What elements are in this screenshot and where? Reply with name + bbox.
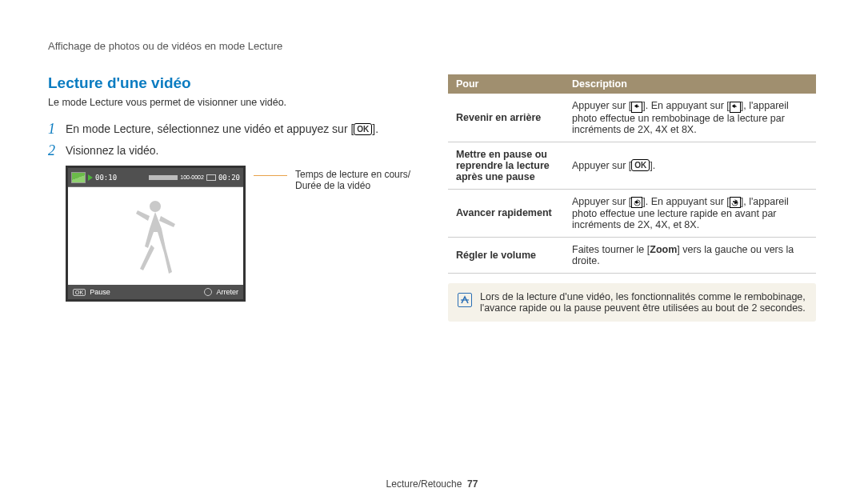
time-total: 00:20 — [218, 174, 240, 182]
callout-line — [254, 175, 287, 302]
thumbnail-icon — [71, 172, 86, 183]
section-heading: Lecture d'une vidéo — [48, 74, 424, 92]
table-header-pour: Pour — [448, 74, 564, 94]
row-desc: Faites tourner le [Zoom] vers la gauche … — [564, 238, 816, 274]
battery-text: 100-0002 — [180, 174, 204, 180]
controls-table: Pour Description Revenir en arrière Appu… — [448, 74, 816, 274]
callout-text: Temps de lecture en cours/ Durée de la v… — [295, 169, 410, 305]
row-desc: Appuyer sur []. En appuyant sur [], l'ap… — [564, 94, 816, 142]
ok-mini-icon: OK — [73, 289, 86, 296]
table-header-description: Description — [564, 74, 816, 94]
rewind-icon — [631, 102, 642, 113]
battery-icon — [206, 174, 216, 181]
table-row: Mettre en pause ou reprendre la lecture … — [448, 142, 816, 189]
row-desc: Appuyer sur [OK]. — [564, 142, 816, 189]
play-icon — [88, 174, 93, 181]
step-text: En mode Lecture, sélectionnez une vidéo … — [66, 122, 354, 135]
stop-label: Arreter — [216, 288, 238, 296]
row-label: Régler le volume — [448, 238, 564, 274]
intro-text: Le mode Lecture vous permet de visionner… — [48, 97, 424, 108]
step-number: 2 — [48, 142, 66, 159]
step-2: 2 Visionnez la vidéo. — [48, 142, 424, 159]
row-label: Avancer rapidement — [448, 189, 564, 238]
step-text-after: ]. — [372, 122, 378, 135]
rewind-icon — [730, 102, 741, 113]
stop-icon — [204, 288, 212, 296]
note-text: Lors de la lecture d'une vidéo, les fonc… — [480, 291, 806, 314]
pause-label: Pause — [90, 288, 110, 296]
progress-bar — [149, 175, 178, 180]
dancer-silhouette-icon — [134, 198, 178, 274]
svg-point-0 — [150, 201, 161, 212]
forward-icon — [730, 197, 741, 208]
table-row: Régler le volume Faites tourner le [Zoom… — [448, 238, 816, 274]
forward-icon — [631, 197, 642, 208]
row-label: Revenir en arrière — [448, 94, 564, 142]
step-1: 1 En mode Lecture, sélectionnez une vidé… — [48, 121, 424, 138]
camera-screen-figure: 00:10 100-0002 00:20 — [66, 166, 246, 302]
note-box: Lors de la lecture d'une vidéo, les fonc… — [448, 283, 816, 322]
info-icon — [458, 293, 472, 307]
ok-button-glyph: OK — [354, 123, 372, 135]
time-current: 00:10 — [95, 174, 117, 182]
ok-button-glyph: OK — [631, 159, 650, 171]
row-desc: Appuyer sur []. En appuyant sur [], l'ap… — [564, 189, 816, 238]
table-row: Revenir en arrière Appuyer sur []. En ap… — [448, 94, 816, 142]
row-label: Mettre en pause ou reprendre la lecture … — [448, 142, 564, 189]
step-text: Visionnez la vidéo. — [66, 144, 158, 157]
step-number: 1 — [48, 121, 66, 138]
page-footer: Lecture/Retouche 77 — [0, 478, 864, 490]
breadcrumb: Affichage de photos ou de vidéos en mode… — [48, 40, 816, 52]
table-row: Avancer rapidement Appuyer sur []. En ap… — [448, 189, 816, 238]
